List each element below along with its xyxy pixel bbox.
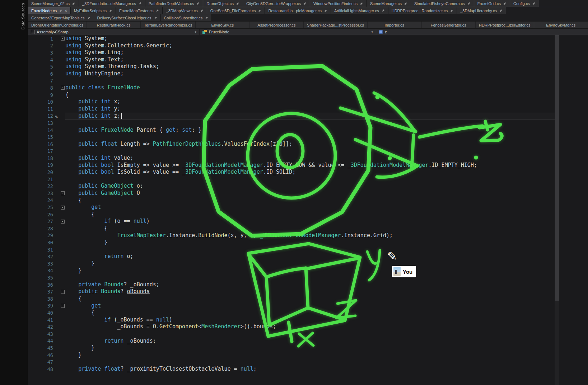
fold-collapse-icon[interactable] — [61, 86, 65, 90]
code-line[interactable]: 35 — [28, 274, 588, 281]
data-sources-vertical-tab[interactable]: Data Sources — [21, 3, 25, 29]
file-tab[interactable]: _3DMapViewer.cs — [163, 7, 207, 14]
code-line[interactable]: 44 return _oBounds; — [28, 338, 588, 345]
pin-icon[interactable] — [404, 2, 407, 5]
pin-icon[interactable] — [499, 9, 503, 13]
pin-icon[interactable] — [59, 9, 62, 13]
file-tab[interactable]: WindowPositionFinder.cs — [310, 0, 367, 7]
fold-collapse-icon[interactable] — [61, 304, 65, 308]
code-line[interactable]: 8 public class FruxelNode — [28, 84, 588, 91]
code-line[interactable]: 42 _oBounds = O.GetComponent<MeshRendere… — [28, 323, 588, 330]
code-line[interactable]: 25 get — [28, 204, 588, 211]
file-tab[interactable]: AssetPreprocessor.cs — [250, 22, 304, 28]
project-dropdown[interactable]: Assembly-CSharp ▾ — [28, 29, 200, 35]
file-tab[interactable]: CityGen3DGen...torWrapper.cs — [243, 0, 310, 7]
code-line[interactable]: 27 if (o == null) — [28, 218, 588, 225]
code-line[interactable]: 40 { — [28, 309, 588, 316]
fold-collapse-icon[interactable] — [61, 220, 65, 224]
file-tab[interactable]: CollisionSubscriber.cs — [161, 14, 212, 21]
file-tab[interactable]: EnviroSkyMgr.cs — [534, 22, 588, 28]
code-line[interactable]: 4 using System.Text; — [28, 56, 588, 64]
file-tab[interactable]: ShaderPackage...stProcessor.cs — [304, 22, 368, 28]
pin-icon[interactable] — [205, 16, 208, 20]
code-line[interactable]: 12 public int z; — [28, 113, 588, 120]
code-editor[interactable]: 1 using System; 2 using System.Collectio… — [28, 35, 588, 385]
pin-icon[interactable] — [503, 2, 507, 5]
file-tab[interactable]: FruxelGrid.cs — [474, 0, 510, 7]
code-line[interactable]: 17 — [28, 148, 588, 155]
code-line[interactable]: 45 } — [28, 344, 588, 352]
code-line[interactable]: 28 { — [28, 225, 588, 232]
fold-collapse-icon[interactable] — [61, 37, 65, 41]
code-line[interactable]: 29 FruxelMapTester.Instance.BuildNode(x,… — [28, 232, 588, 239]
file-tab[interactable]: FruxelMapTester.cs — [116, 7, 163, 14]
code-line[interactable]: 18 public int value; — [28, 155, 588, 162]
type-dropdown[interactable]: FruxelNode ▾ — [200, 29, 376, 35]
pin-icon[interactable] — [532, 2, 536, 5]
pin-icon[interactable] — [72, 2, 75, 5]
pin-icon[interactable] — [360, 2, 363, 5]
code-line[interactable]: 48 private float? _proximityToClosestObs… — [28, 366, 588, 373]
file-tab[interactable]: ArtificialLightsManager.cs — [331, 7, 388, 14]
pin-icon[interactable] — [87, 16, 90, 20]
pin-icon[interactable] — [236, 2, 239, 5]
file-tab[interactable]: EnviroSky.cs — [196, 22, 249, 28]
file-tab[interactable]: TerrainLayerRandomizer.cs — [141, 22, 196, 28]
file-tab[interactable]: _3DFoundatio...delManager.cs — [79, 0, 145, 7]
pin-icon[interactable] — [109, 9, 112, 13]
close-icon[interactable] — [65, 9, 67, 13]
code-line[interactable]: 36 private Bounds? _oBounds; — [28, 281, 588, 288]
file-tab[interactable]: MyEditorScripts.cs — [71, 7, 116, 14]
pin-icon[interactable] — [303, 2, 307, 5]
code-line[interactable]: 3 using System.Linq; — [28, 49, 588, 56]
code-line[interactable]: 32 return o; — [28, 253, 588, 260]
code-line[interactable]: 7 — [28, 78, 588, 85]
vertical-scrollbar[interactable] — [555, 35, 559, 385]
code-line[interactable]: 46 } — [28, 352, 588, 359]
file-tab[interactable]: SceneManager.cs — [367, 0, 411, 7]
code-line[interactable]: 24 { — [28, 197, 588, 204]
code-line[interactable]: 23 public GameObject O — [28, 190, 588, 197]
code-line[interactable]: 6 using UnityEngine; — [28, 70, 588, 78]
code-line[interactable]: 5 using System.Threading.Tasks; — [28, 63, 588, 70]
file-tab[interactable]: FencesGenerator.cs — [422, 22, 476, 28]
pin-icon[interactable] — [450, 9, 453, 13]
code-line[interactable]: 2 using System.Collections.Generic; — [28, 42, 588, 50]
code-line[interactable]: 14 public FruxelNode Parent { get; set; … — [28, 127, 588, 134]
code-line[interactable]: 41 if (_oBounds == null) — [28, 316, 588, 324]
file-tab[interactable]: Generator2ExportMapTools.cs — [28, 14, 94, 21]
code-line[interactable]: 10 public int x; — [28, 98, 588, 105]
file-tab[interactable]: Config.cs — [510, 0, 539, 7]
code-line[interactable]: 34 } — [28, 267, 588, 274]
file-tab[interactable]: RestaurantHook.cs — [87, 22, 141, 28]
code-line[interactable]: 43 — [28, 330, 588, 338]
pin-icon[interactable] — [200, 9, 204, 13]
pin-icon[interactable] — [381, 9, 385, 13]
file-tab[interactable]: OneSec3D_FileFormat.cs — [207, 7, 265, 14]
pin-icon[interactable] — [258, 9, 261, 13]
file-tab[interactable]: PathfinderDepthValues.cs — [145, 0, 203, 7]
code-line[interactable]: 1 using System; — [28, 35, 588, 42]
pin-icon[interactable] — [467, 2, 471, 5]
pin-icon[interactable] — [196, 2, 200, 5]
member-dropdown[interactable]: z — [376, 29, 588, 35]
code-line[interactable]: 19 public bool IsEmpty => value >= _3DFo… — [28, 162, 588, 169]
code-line[interactable]: 22 public GameObject o; — [28, 183, 588, 190]
fold-collapse-icon[interactable] — [61, 290, 65, 294]
code-line[interactable]: 11 public int y; — [28, 105, 588, 113]
file-tab[interactable]: HDRPPostproc...Randomizer.cs — [388, 7, 457, 14]
file-tab[interactable]: DroneObject.cs — [203, 0, 243, 7]
code-line[interactable]: 21 — [28, 176, 588, 183]
code-line[interactable]: 39 get — [28, 302, 588, 310]
file-tab[interactable]: SimulatedFisheyeCamera.cs — [411, 0, 474, 7]
code-line[interactable]: 16 public float Length => PathfinderDept… — [28, 141, 588, 148]
code-line[interactable]: 20 public bool IsSolid => value == _3DFo… — [28, 169, 588, 176]
code-line[interactable]: 15 — [28, 133, 588, 141]
code-line[interactable]: 33 } — [28, 260, 588, 267]
pin-icon[interactable] — [138, 2, 142, 5]
code-line[interactable]: 13 — [28, 119, 588, 127]
file-tab[interactable]: FruxelNode.cs — [28, 7, 71, 14]
scrollbar-thumb[interactable] — [555, 35, 559, 301]
file-tab[interactable]: _3DMapHierarchy.cs — [457, 7, 506, 14]
pin-icon[interactable] — [154, 16, 157, 20]
